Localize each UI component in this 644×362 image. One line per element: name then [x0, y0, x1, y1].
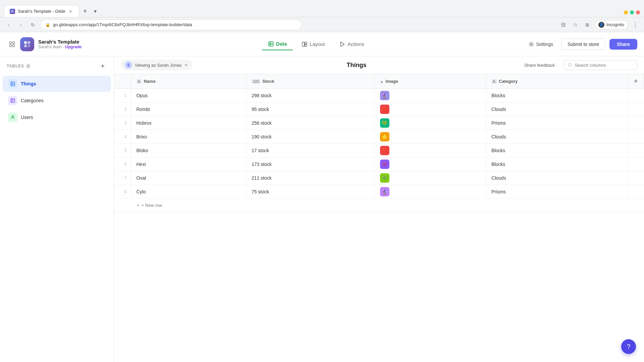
- cell-stock: 17 stock: [246, 144, 374, 158]
- app-grid-icon[interactable]: [7, 39, 17, 50]
- stock-col-label: Stock: [262, 79, 274, 84]
- reload-button[interactable]: ↻: [28, 20, 38, 29]
- browser-chrome: G Sarah's Template - Glide × + ▾: [0, 0, 644, 17]
- share-button[interactable]: Share: [609, 39, 637, 50]
- cell-category: Blocks: [486, 158, 628, 171]
- cell-extra: [628, 130, 644, 144]
- row-num-header: [114, 74, 131, 89]
- category-col-label: Category: [499, 79, 518, 84]
- maximize-button[interactable]: [630, 10, 634, 14]
- submit-to-store-button[interactable]: Submit to store: [561, 39, 605, 50]
- address-text: go.glideapps.com/app/1Tmp4IC6xPQJbHHRX6x…: [53, 22, 192, 27]
- cell-image: 🔮: [374, 185, 486, 199]
- cell-category: Clouds: [486, 103, 628, 116]
- table-row[interactable]: 7 Oval 211 stock 💚 Clouds: [114, 171, 644, 185]
- svg-point-16: [531, 44, 532, 45]
- cast-icon[interactable]: ⊟: [558, 20, 568, 29]
- add-column-header[interactable]: +: [628, 74, 644, 89]
- svg-rect-6: [24, 45, 27, 47]
- tab-layout-label: Layout: [310, 41, 325, 47]
- tab-actions[interactable]: Actions: [333, 39, 370, 50]
- nav-tabs: Data Layout Actions: [107, 38, 525, 50]
- address-bar[interactable]: 🔒 go.glideapps.com/app/1Tmp4IC6xPQJbHHRX…: [40, 19, 302, 30]
- settings-button[interactable]: Settings: [525, 39, 557, 50]
- svg-rect-21: [11, 99, 15, 103]
- cell-stock: 95 stock: [246, 103, 374, 116]
- category-col-type-icon: A: [491, 79, 497, 84]
- main-content: TABLES i + Things Categories Users: [0, 56, 644, 362]
- sidebar-item-users[interactable]: Users: [3, 109, 111, 125]
- data-toolbar: S Viewing as Sarah Jonas Things Share fe…: [114, 56, 644, 74]
- incognito-button[interactable]: 👤 Incognito: [595, 20, 628, 29]
- stock-col-type-icon: 123: [252, 79, 260, 84]
- svg-rect-12: [303, 42, 305, 47]
- svg-rect-8: [269, 42, 273, 46]
- close-button[interactable]: [636, 10, 640, 14]
- bookmark-icon[interactable]: ☆: [571, 20, 580, 29]
- name-col-type-icon: A: [137, 79, 142, 84]
- minimize-button[interactable]: [624, 10, 628, 14]
- tab-favicon: G: [10, 9, 15, 14]
- data-area: S Viewing as Sarah Jonas Things Share fe…: [114, 56, 644, 362]
- share-feedback-button[interactable]: Share feedback: [521, 61, 558, 69]
- table-row[interactable]: 5 Bloko 17 stock 🔴 Blocks: [114, 144, 644, 158]
- image-col-label: Image: [386, 79, 398, 84]
- users-icon: [8, 113, 17, 122]
- new-row-button[interactable]: + + New row: [114, 199, 644, 212]
- cell-name: Hobrox: [131, 116, 246, 130]
- table-container: A Name 123 Stock ▲: [114, 74, 644, 362]
- sidebar-item-things[interactable]: Things: [3, 76, 111, 92]
- svg-rect-3: [13, 45, 15, 47]
- tab-layout[interactable]: Layout: [296, 39, 331, 50]
- cell-stock: 173 stock: [246, 158, 374, 171]
- forward-button[interactable]: ›: [16, 20, 25, 29]
- help-button[interactable]: ?: [621, 339, 636, 354]
- name-column-header[interactable]: A Name: [131, 74, 246, 89]
- cell-image: 🔴: [374, 144, 486, 158]
- row-number: 3: [114, 116, 131, 130]
- add-table-button[interactable]: +: [98, 62, 107, 70]
- upgrade-link[interactable]: Upgrade: [65, 45, 82, 49]
- new-tab-button[interactable]: +: [80, 6, 90, 16]
- sidebar-header: TABLES i +: [0, 62, 114, 75]
- stock-column-header[interactable]: 123 Stock: [246, 74, 374, 89]
- category-column-header[interactable]: A Category: [486, 74, 628, 89]
- table-row[interactable]: 3 Hobrox 256 stock 💚 Prisms: [114, 116, 644, 130]
- image-column-header[interactable]: ▲ Image: [374, 74, 486, 89]
- svg-rect-4: [24, 41, 27, 44]
- row-number: 1: [114, 89, 131, 103]
- browser-tab-active[interactable]: G Sarah's Template - Glide ×: [4, 5, 79, 17]
- row-number: 2: [114, 103, 131, 116]
- tab-actions-label: Actions: [347, 41, 364, 47]
- table-row[interactable]: 8 Cylo 75 stock 🔮 Prisms: [114, 185, 644, 199]
- cell-name: Opus: [131, 89, 246, 103]
- cell-category: Blocks: [486, 144, 628, 158]
- row-number: 4: [114, 130, 131, 144]
- svg-point-26: [569, 63, 571, 66]
- table-row[interactable]: 1 Opus 298 stock 🔮 Blocks: [114, 89, 644, 103]
- svg-rect-13: [305, 42, 307, 44]
- new-row-label: + New row: [142, 203, 162, 208]
- row-number: 5: [114, 144, 131, 158]
- tab-data[interactable]: Data: [262, 38, 293, 50]
- menu-icon[interactable]: ⋮: [631, 20, 640, 29]
- sidebar-item-categories[interactable]: Categories: [3, 93, 111, 109]
- table-row[interactable]: 2 Rombi 95 stock 🟥 Clouds: [114, 103, 644, 116]
- app-logo-area: Sarah's Template Sarah's team · Upgrade: [20, 37, 107, 51]
- table-row[interactable]: 6 Hexi 173 stock 💜 Blocks: [114, 158, 644, 171]
- window-icon[interactable]: ⊞: [583, 20, 592, 29]
- back-button[interactable]: ‹: [4, 20, 13, 29]
- name-col-label: Name: [144, 79, 155, 84]
- tab-close-icon[interactable]: ×: [68, 9, 73, 14]
- app-title-area: Sarah's Template Sarah's team · Upgrade: [38, 39, 82, 49]
- viewing-as-selector[interactable]: S Viewing as Sarah Jonas: [121, 60, 192, 70]
- image-col-type-icon: ▲: [380, 79, 384, 83]
- table-title: Things: [198, 62, 516, 69]
- svg-marker-15: [341, 42, 344, 47]
- cell-stock: 190 stock: [246, 130, 374, 144]
- tab-dropdown-icon[interactable]: ▾: [91, 7, 99, 15]
- search-columns-input[interactable]: [575, 63, 633, 68]
- svg-rect-2: [10, 45, 12, 47]
- cell-category: Blocks: [486, 89, 628, 103]
- table-row[interactable]: 4 Brixo 190 stock ⭐ Clouds: [114, 130, 644, 144]
